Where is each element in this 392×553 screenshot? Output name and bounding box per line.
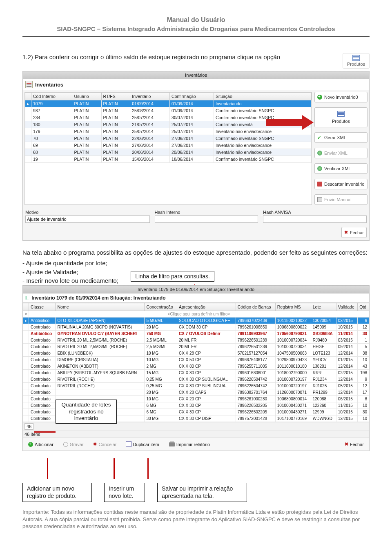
- table-cell: 1: [358, 337, 369, 344]
- fechar-button[interactable]: ✖Fechar: [342, 440, 367, 448]
- table-row[interactable]: ControladoRIVOTRIL 20 ML 2,5MG/ML (ROCHE…: [23, 344, 369, 350]
- envio-manual-button[interactable]: Envio Manual: [314, 194, 368, 205]
- table-cell: 09/2014: [336, 344, 358, 350]
- table-cell: 25/07/2014: [170, 128, 214, 135]
- table-cell: PLATIN: [101, 114, 130, 121]
- table-header[interactable]: Inventário: [130, 93, 170, 100]
- table-header[interactable]: Cód Interno: [31, 93, 72, 100]
- table-header[interactable]: Nome: [56, 303, 145, 311]
- verificar-xml-button[interactable]: Verificar XML: [314, 163, 368, 174]
- plus-icon: [28, 442, 33, 447]
- table-cell: 69: [31, 142, 72, 149]
- table-row[interactable]: ControladoAKINETON (ABBOTT)2 MGCX X 80 C…: [23, 363, 369, 370]
- table-header[interactable]: Classe: [29, 303, 56, 311]
- table-header[interactable]: Código de Barras: [236, 303, 275, 311]
- table-header[interactable]: Registro MS: [275, 303, 311, 311]
- produtos-shortcut-button[interactable]: Produtos: [343, 53, 370, 69]
- table-row[interactable]: ControladoRIVOTRIL 20 ML 2,5MG/ML (ROCHE…: [23, 337, 369, 344]
- motivo-input[interactable]: [25, 215, 150, 223]
- table-row[interactable]: ControladoABILIFY (BRISTOL-MYERS SQUIBB …: [23, 370, 369, 376]
- table-cell: PLATIN: [72, 156, 101, 163]
- table-cell: 1010000720197: [275, 383, 311, 389]
- table-row[interactable]: 179PLATINPLATIN25/07/201425/07/2014Inven…: [25, 128, 312, 135]
- hash-anvisa-label: Hash ANVISA: [263, 210, 367, 215]
- inventarios-table[interactable]: Cód InternoUsuárioRT/FSInventárioConfirm…: [24, 92, 312, 205]
- table-cell: Inventário não enviado/cance: [214, 142, 311, 149]
- gerar-xml-button[interactable]: ✔Gerar XML: [314, 132, 368, 143]
- table-cell: 6 MG: [145, 409, 177, 415]
- table-header[interactable]: Apresentação: [177, 303, 236, 311]
- table-header[interactable]: Qtd: [358, 303, 369, 311]
- table-row[interactable]: AntibióticoGYNOTRAN OVULO C/7 (BAYER SCH…: [23, 331, 369, 337]
- table-row[interactable]: 69PLATINPLATIN27/06/201427/06/2014Invent…: [25, 142, 312, 149]
- table-header[interactable]: Situação: [214, 93, 311, 100]
- verificar-xml-label: Verificar XML: [324, 166, 351, 171]
- adicionar-button[interactable]: Adicionar: [25, 441, 56, 448]
- table-row[interactable]: ControladoRIVOTRIL (ROCHE)0,25 MGCX X 30…: [23, 376, 369, 383]
- duplicar-item-button[interactable]: Duplicar item: [124, 441, 162, 448]
- hash-anvisa-input[interactable]: [263, 215, 367, 223]
- table-row[interactable]: ControladoRIVOTRIL (ROCHE)0,25 MGCX X 30…: [23, 383, 369, 389]
- hash-interno-input[interactable]: [155, 215, 258, 223]
- table-cell: 7896382701764: [236, 389, 275, 396]
- fechar-button[interactable]: ✖Fechar: [341, 227, 367, 238]
- cancel-icon: ✖: [93, 442, 97, 447]
- table-cell: 198: [358, 370, 369, 376]
- table-cell: 10: [358, 357, 369, 363]
- table-row[interactable]: ControladoRITALINA LA 20MG 30CPD (NOVART…: [23, 324, 369, 331]
- table-row[interactable]: ▸AntibióticoOTO-XILODASE (APSEN)5 MG/MLS…: [23, 318, 369, 324]
- table-row[interactable]: 19PLATINPLATIN15/06/201418/06/2014Confir…: [25, 156, 312, 163]
- table-cell: Controlado: [29, 350, 56, 357]
- fechar-label: Fechar: [350, 442, 364, 447]
- table-header[interactable]: RT/FS: [101, 93, 130, 100]
- table-cell: CX X 30 CP: [177, 370, 236, 376]
- table-cell: 7896226504742: [236, 383, 275, 389]
- table-cell: Controlado: [29, 396, 56, 402]
- table-row[interactable]: ControladoEBIX (LUNDBECK)10 MGCX X 28 CP…: [23, 350, 369, 357]
- motivo-label: Motivo: [25, 210, 150, 215]
- produtos-button[interactable]: Produtos: [314, 107, 368, 127]
- printer-icon: [169, 442, 175, 446]
- gravar-button[interactable]: Gravar: [60, 441, 87, 448]
- table-cell: PLATIN: [72, 142, 101, 149]
- table-cell: PLATIN: [72, 135, 101, 142]
- table-header[interactable]: Lote: [311, 303, 336, 311]
- table-row[interactable]: ControladoDIMORF (CRISTALIA)10 MGCX X 50…: [23, 357, 369, 363]
- table-cell: 5702157127054: [236, 350, 275, 357]
- detail-toolbar: Adicionar Gravar ✖Cancelar Duplicar item…: [23, 438, 369, 451]
- panel-header: Inventários: [23, 79, 369, 90]
- table-header[interactable]: Confirmação: [170, 93, 214, 100]
- table-cell: 7896226502205: [236, 402, 275, 409]
- table-cell: 25/07/2014: [130, 114, 170, 121]
- table-header[interactable]: Usuário: [72, 93, 101, 100]
- filter-hint[interactable]: <Clique aqui para definir um filtro>: [29, 311, 369, 318]
- table-header[interactable]: Validade: [336, 303, 358, 311]
- table-cell: RJ1025: [311, 383, 336, 389]
- imprimir-relatorio-button[interactable]: Imprimir relatório: [166, 441, 213, 448]
- descartar-label: Descartar inventário: [324, 182, 364, 187]
- table-cell: PLATIN: [101, 128, 130, 135]
- enviar-xml-button[interactable]: Enviar XML: [314, 148, 368, 158]
- table-row[interactable]: 70PLATINPLATIN22/06/201427/06/2014Confir…: [25, 135, 312, 142]
- table-cell: PLATIN: [72, 149, 101, 156]
- table-cell: 12/2014: [336, 376, 358, 383]
- table-row[interactable]: Controlado20 MGCX X 28 CAPS7896382701764…: [23, 389, 369, 396]
- table-cell: 10/2015: [336, 324, 358, 331]
- table-cell: CX X 30 CP DISP: [177, 415, 236, 422]
- table-cell: 21/07/2014: [130, 121, 170, 128]
- novo-inventario-button[interactable]: Novo inventário0: [314, 92, 368, 102]
- table-cell: 10: [358, 415, 369, 422]
- cancelar-button[interactable]: ✖Cancelar: [90, 440, 119, 448]
- item-count-badge: 46: [24, 423, 33, 430]
- table-cell: 03/2015: [336, 337, 358, 344]
- table-cell: 8: [358, 396, 369, 402]
- table-row[interactable]: ▸1079PLATINPLATIN01/09/201401/09/2014Inv…: [25, 100, 312, 107]
- table-cell: Confirmado inventário SNGPC: [214, 107, 311, 114]
- descartar-inventario-button[interactable]: Descartar inventário: [314, 179, 368, 189]
- table-row[interactable]: 937PLATINPLATIN25/08/201401/09/2014Confi…: [25, 107, 312, 114]
- table-header[interactable]: Concentração: [145, 303, 177, 311]
- table-row[interactable]: 68PLATINPLATIN20/06/201420/06/2014Invent…: [25, 149, 312, 156]
- table-cell: PLATIN: [101, 107, 130, 114]
- table-cell: PLATIN: [72, 100, 101, 107]
- filter-row[interactable]: ▾<Clique aqui para definir um filtro>: [23, 311, 369, 318]
